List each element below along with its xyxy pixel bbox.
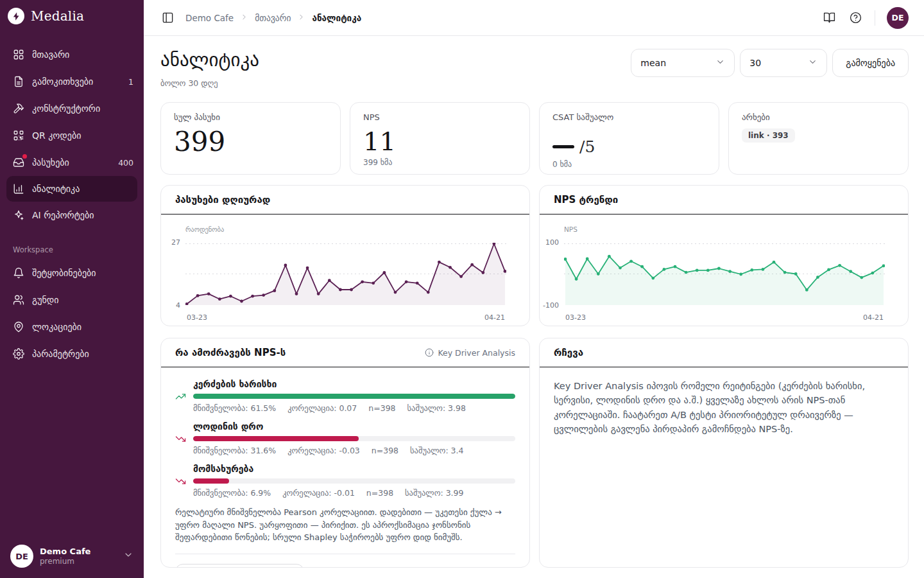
driver-importance: მნიშვნელობა: 61.5% bbox=[193, 403, 276, 413]
y-axis-label: რაოდენობა bbox=[185, 225, 224, 233]
stat-card-nps: NPS 11 399 ხმა bbox=[350, 102, 530, 175]
chevron-down-icon bbox=[808, 57, 817, 69]
days-select[interactable]: 30 bbox=[740, 49, 827, 77]
users-icon bbox=[13, 294, 24, 306]
key-driver-title: რა ამოძრავებს NPS-ს bbox=[175, 347, 286, 358]
days-select-value: 30 bbox=[749, 58, 761, 68]
stat-label: CSAT საშუალო bbox=[552, 112, 706, 122]
gear-icon bbox=[13, 348, 24, 360]
driver-bar-track bbox=[193, 394, 515, 399]
trending-down-icon bbox=[175, 434, 193, 455]
key-driver-card: რა ამოძრავებს NPS-ს Key Driver Analysis bbox=[160, 338, 530, 568]
tip-body: Key Driver Analysis იპოვის რომელი რეიტინ… bbox=[540, 367, 908, 437]
breadcrumb-workspace[interactable]: Demo Cafe bbox=[185, 13, 234, 23]
sidebar-badge: 400 bbox=[118, 158, 133, 168]
x-tick-start: 03-23 bbox=[565, 313, 586, 322]
sparkles-icon bbox=[13, 209, 24, 221]
driver-mean: საშუალო: 3.4 bbox=[410, 446, 463, 455]
docs-button[interactable] bbox=[822, 10, 837, 25]
app-root: Medalia მთავარი გამოკითხვები 1 კონს bbox=[0, 0, 924, 578]
inbox-icon bbox=[13, 157, 24, 168]
user-avatar[interactable]: DE bbox=[887, 7, 909, 29]
y-axis-label: NPS bbox=[564, 225, 578, 233]
driver-importance: მნიშვნელობა: 6.9% bbox=[193, 488, 271, 498]
sidebar-item-label: გამოკითხვები bbox=[32, 76, 121, 87]
daily-responses-chart-card: პასუხები დღიურად რაოდენობა 27 4 03-23 04… bbox=[160, 185, 530, 326]
sidebar-item-label: AI რეპორტები bbox=[32, 210, 133, 220]
brand-name: Medalia bbox=[31, 8, 84, 24]
y-tick-max: 27 bbox=[161, 238, 180, 247]
apply-button[interactable]: გამოყენება bbox=[832, 49, 909, 77]
sidebar-item-ai-reports[interactable]: AI რეპორტები bbox=[0, 202, 144, 229]
sidebar-item-analytics[interactable]: ანალიტიკა bbox=[6, 176, 137, 202]
y-tick-max: 100 bbox=[540, 238, 559, 247]
sidebar-item-settings[interactable]: პარამეტრები bbox=[0, 340, 144, 367]
driver-bar-fill bbox=[193, 478, 229, 484]
sidebar-item-surveys[interactable]: გამოკითხვები 1 bbox=[0, 68, 144, 95]
breadcrumb-current: ანალიტიკა bbox=[312, 13, 361, 23]
trending-down-icon bbox=[175, 476, 193, 498]
sidebar-item-label: კონსტრუქტორი bbox=[32, 103, 133, 114]
account-plan: premium bbox=[40, 557, 117, 566]
tip-card: რჩევა Key Driver Analysis იპოვის რომელი … bbox=[539, 338, 909, 568]
driver-mean: საშუალო: 3.99 bbox=[405, 488, 463, 498]
info-icon bbox=[425, 348, 434, 357]
brand: Medalia bbox=[0, 0, 144, 31]
workspace-nav: შეტყობინებები გუნდი ლოკაციები პარამეტრებ… bbox=[0, 259, 144, 367]
driver-n: n=398 bbox=[372, 446, 398, 455]
sidebar-toggle-button[interactable] bbox=[160, 10, 175, 25]
sidebar-item-responses[interactable]: პასუხები 400 bbox=[0, 149, 144, 176]
driver-row: ლოდინის დრო მნიშვნელობა: 31.6% კორელაცია… bbox=[175, 421, 515, 455]
driver-bar-fill bbox=[193, 394, 515, 399]
tip-title: რჩევა bbox=[554, 347, 583, 358]
empty-value-dash bbox=[552, 145, 574, 148]
csat-denominator: /5 bbox=[579, 137, 595, 156]
key-driver-footnote: რელატიური მნიშვნელობა Pearson კორელაციით… bbox=[175, 506, 515, 544]
bell-icon bbox=[13, 267, 24, 279]
main-area: Demo Cafe მთავარი ანალიტიკა DE ან bbox=[144, 0, 924, 578]
stat-label: არხები bbox=[742, 112, 895, 122]
divider bbox=[175, 554, 515, 554]
breadcrumb: Demo Cafe მთავარი ანალიტიკა bbox=[185, 13, 361, 23]
help-button[interactable] bbox=[848, 10, 863, 25]
notification-dot bbox=[22, 154, 27, 159]
chevron-right-icon bbox=[240, 13, 248, 23]
page-content: ანალიტიკა ბოლო 30 დღე mean 30 გამოყენება bbox=[144, 36, 924, 578]
sidebar-item-notifications[interactable]: შეტყობინებები bbox=[0, 259, 144, 286]
sidebar-item-qr[interactable]: QR კოდები bbox=[0, 122, 144, 149]
metric-select[interactable]: mean bbox=[631, 49, 735, 77]
driver-correlation: კორელაცია: 0.07 bbox=[287, 403, 357, 413]
account-name: Demo Cafe bbox=[40, 547, 117, 556]
metric-select-value: mean bbox=[640, 58, 666, 68]
sidebar-item-label: პასუხები bbox=[32, 157, 110, 168]
y-tick-min: -100 bbox=[540, 301, 559, 310]
nps-trend-line-chart bbox=[564, 243, 885, 305]
sidebar-item-label: მთავარი bbox=[32, 49, 133, 60]
workspace-section-label: Workspace bbox=[13, 245, 144, 254]
breadcrumb-home[interactable]: მთავარი bbox=[255, 13, 291, 23]
driver-n: n=398 bbox=[368, 403, 395, 413]
stat-label: NPS bbox=[363, 112, 517, 122]
brand-logo-icon bbox=[8, 8, 24, 24]
sidebar-item-team[interactable]: გუნდი bbox=[0, 286, 144, 313]
ai-recommendations-button[interactable]: ✨ AI რეკომენდაციები bbox=[175, 564, 304, 568]
chevron-down-icon bbox=[715, 57, 725, 69]
chart-title: პასუხები დღიურად bbox=[175, 194, 270, 206]
daily-responses-line-chart bbox=[185, 243, 506, 305]
driver-correlation: კორელაცია: -0.03 bbox=[287, 446, 360, 455]
account-switcher[interactable]: DE Demo Cafe premium bbox=[0, 536, 144, 578]
sidebar-item-builder[interactable]: კონსტრუქტორი bbox=[0, 95, 144, 122]
chevron-right-icon bbox=[297, 13, 305, 23]
x-tick-end: 04-21 bbox=[863, 313, 884, 322]
sidebar-item-home[interactable]: მთავარი bbox=[0, 41, 144, 68]
stat-value: 399 bbox=[174, 127, 327, 157]
stat-label: სულ პასუხი bbox=[174, 112, 327, 122]
driver-name: ლოდინის დრო bbox=[193, 421, 515, 432]
driver-bar-track bbox=[193, 478, 515, 484]
sidebar-item-label: გუნდი bbox=[32, 295, 133, 305]
sidebar-nav: მთავარი გამოკითხვები 1 კონსტრუქტორი QR bbox=[0, 41, 144, 229]
sidebar-item-locations[interactable]: ლოკაციები bbox=[0, 313, 144, 340]
driver-row: კერძების ხარისხი მნიშვნელობა: 61.5% კორე… bbox=[175, 379, 515, 413]
stat-value: 11 bbox=[363, 127, 517, 155]
sidebar-item-label: პარამეტრები bbox=[32, 349, 133, 359]
